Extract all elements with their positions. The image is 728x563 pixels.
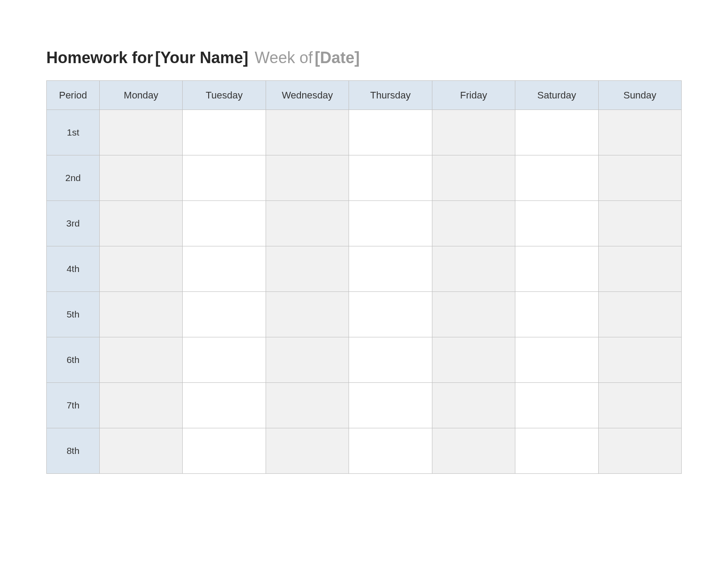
cell	[432, 246, 515, 292]
cell	[266, 155, 349, 201]
table-row: 7th	[47, 383, 682, 428]
cell	[349, 292, 432, 337]
row-header-period-2: 2nd	[47, 155, 100, 201]
cell	[349, 155, 432, 201]
cell	[100, 428, 183, 474]
cell	[266, 201, 349, 246]
cell	[100, 201, 183, 246]
table-row: 4th	[47, 246, 682, 292]
row-header-period-1: 1st	[47, 110, 100, 155]
cell	[515, 428, 598, 474]
cell	[183, 383, 266, 428]
cell	[266, 337, 349, 383]
row-header-period-3: 3rd	[47, 201, 100, 246]
cell	[183, 337, 266, 383]
cell	[515, 110, 598, 155]
cell	[349, 246, 432, 292]
column-header-wednesday: Wednesday	[266, 81, 349, 110]
cell	[266, 110, 349, 155]
cell	[349, 428, 432, 474]
row-header-period-6: 6th	[47, 337, 100, 383]
cell	[183, 292, 266, 337]
cell	[598, 337, 681, 383]
column-header-thursday: Thursday	[349, 81, 432, 110]
cell	[183, 428, 266, 474]
cell	[100, 155, 183, 201]
cell	[515, 201, 598, 246]
cell	[100, 337, 183, 383]
cell	[266, 428, 349, 474]
homework-schedule-table: Period Monday Tuesday Wednesday Thursday…	[46, 80, 682, 474]
cell	[598, 383, 681, 428]
cell	[183, 155, 266, 201]
title-name-placeholder: [Your Name]	[155, 49, 248, 67]
cell	[183, 246, 266, 292]
cell	[349, 201, 432, 246]
title-homework-for: Homework for	[46, 49, 153, 67]
title-week-of: Week of	[255, 49, 312, 67]
row-header-period-7: 7th	[47, 383, 100, 428]
cell	[349, 383, 432, 428]
column-header-monday: Monday	[100, 81, 183, 110]
cell	[349, 337, 432, 383]
column-header-tuesday: Tuesday	[183, 81, 266, 110]
cell	[432, 383, 515, 428]
cell	[266, 246, 349, 292]
table-row: 1st	[47, 110, 682, 155]
cell	[266, 292, 349, 337]
cell	[432, 428, 515, 474]
table-header-row: Period Monday Tuesday Wednesday Thursday…	[47, 81, 682, 110]
cell	[598, 292, 681, 337]
row-header-period-8: 8th	[47, 428, 100, 474]
cell	[432, 292, 515, 337]
cell	[432, 110, 515, 155]
cell	[100, 110, 183, 155]
cell	[432, 337, 515, 383]
cell	[598, 246, 681, 292]
table-row: 2nd	[47, 155, 682, 201]
table-row: 8th	[47, 428, 682, 474]
page-title: Homework for [Your Name] Week of [Date]	[46, 49, 682, 67]
cell	[266, 383, 349, 428]
cell	[100, 292, 183, 337]
table-row: 5th	[47, 292, 682, 337]
cell	[432, 201, 515, 246]
table-body: 1st 2nd 3rd	[47, 110, 682, 474]
cell	[515, 292, 598, 337]
table-row: 3rd	[47, 201, 682, 246]
cell	[598, 201, 681, 246]
cell	[183, 110, 266, 155]
cell	[183, 201, 266, 246]
row-header-period-5: 5th	[47, 292, 100, 337]
cell	[515, 337, 598, 383]
cell	[100, 383, 183, 428]
cell	[515, 155, 598, 201]
row-header-period-4: 4th	[47, 246, 100, 292]
column-header-period: Period	[47, 81, 100, 110]
cell	[349, 110, 432, 155]
cell	[598, 155, 681, 201]
column-header-sunday: Sunday	[598, 81, 681, 110]
cell	[432, 155, 515, 201]
title-date-placeholder: [Date]	[315, 49, 360, 67]
cell	[598, 110, 681, 155]
cell	[598, 428, 681, 474]
cell	[515, 246, 598, 292]
table-row: 6th	[47, 337, 682, 383]
column-header-saturday: Saturday	[515, 81, 598, 110]
column-header-friday: Friday	[432, 81, 515, 110]
cell	[100, 246, 183, 292]
cell	[515, 383, 598, 428]
